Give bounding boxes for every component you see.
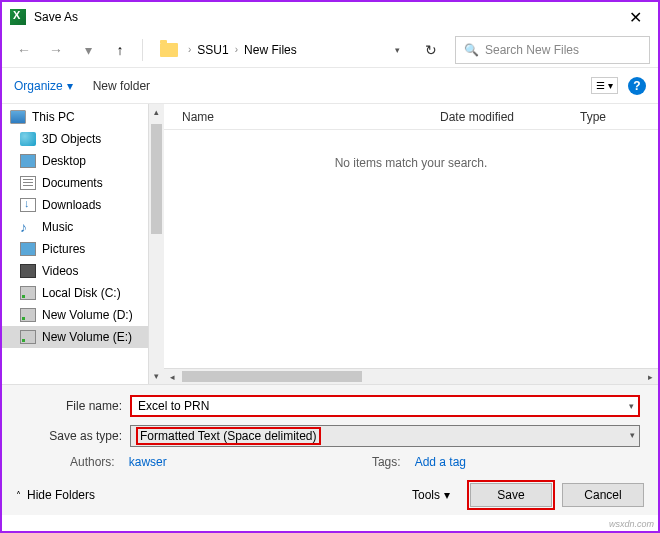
sidebar: This PC3D ObjectsDesktopDocumentsDownloa… xyxy=(2,104,164,384)
watermark: wsxdn.com xyxy=(609,519,654,529)
pc-icon xyxy=(10,110,26,124)
new-folder-button[interactable]: New folder xyxy=(93,79,150,93)
sidebar-item[interactable]: Documents xyxy=(2,172,164,194)
doc-icon xyxy=(20,176,36,190)
chevron-right-icon: › xyxy=(235,44,238,55)
scroll-down-icon[interactable]: ▾ xyxy=(149,368,164,384)
authors-value[interactable]: kawser xyxy=(129,455,167,469)
column-type[interactable]: Type xyxy=(580,110,606,124)
breadcrumb-dropdown-icon[interactable]: ▾ xyxy=(395,45,408,55)
vid-icon xyxy=(20,264,36,278)
pic-icon xyxy=(20,242,36,256)
sidebar-item[interactable]: ♪Music xyxy=(2,216,164,238)
excel-icon xyxy=(10,9,26,25)
horizontal-scrollbar[interactable]: ◂ ▸ xyxy=(164,368,658,384)
column-name[interactable]: Name xyxy=(182,110,440,124)
save-button[interactable]: Save xyxy=(470,483,552,507)
sidebar-scrollbar[interactable]: ▴ ▾ xyxy=(148,104,164,384)
drive-icon xyxy=(20,286,36,300)
tags-label: Tags: xyxy=(372,455,401,469)
sidebar-item-label: This PC xyxy=(32,110,75,124)
sidebar-item-label: 3D Objects xyxy=(42,132,101,146)
close-button[interactable]: ✕ xyxy=(621,4,650,31)
search-input[interactable]: 🔍 Search New Files xyxy=(455,36,650,64)
sidebar-item-label: Documents xyxy=(42,176,103,190)
sidebar-item-label: New Volume (E:) xyxy=(42,330,132,344)
sidebar-item-label: Local Disk (C:) xyxy=(42,286,121,300)
save-panel: File name: Excel to PRN ▾ Save as type: … xyxy=(2,384,658,475)
empty-message: No items match your search. xyxy=(164,156,658,170)
hide-folders-label: Hide Folders xyxy=(27,488,95,502)
forward-button[interactable]: → xyxy=(42,36,70,64)
scroll-right-icon[interactable]: ▸ xyxy=(642,369,658,384)
column-date[interactable]: Date modified xyxy=(440,110,580,124)
tools-label: Tools xyxy=(412,488,440,502)
folder-icon xyxy=(160,43,178,57)
chevron-right-icon: › xyxy=(188,44,191,55)
authors-label: Authors: xyxy=(70,455,115,469)
drive-icon xyxy=(20,308,36,322)
sidebar-item[interactable]: Downloads xyxy=(2,194,164,216)
recent-locations-button[interactable]: ▾ xyxy=(74,36,102,64)
column-headers: Name Date modified Type xyxy=(164,104,658,130)
sidebar-item[interactable]: Pictures xyxy=(2,238,164,260)
scroll-left-icon[interactable]: ◂ xyxy=(164,369,180,384)
cancel-button[interactable]: Cancel xyxy=(562,483,644,507)
search-placeholder: Search New Files xyxy=(485,43,579,57)
hide-folders-button[interactable]: ˄ Hide Folders xyxy=(16,488,95,502)
filename-input[interactable]: Excel to PRN ▾ xyxy=(130,395,640,417)
titlebar: Save As ✕ xyxy=(2,2,658,32)
chevron-up-icon: ˄ xyxy=(16,490,21,501)
chevron-down-icon: ▾ xyxy=(444,488,450,502)
sidebar-item-label: Music xyxy=(42,220,73,234)
chevron-down-icon[interactable]: ▾ xyxy=(630,430,635,440)
scrollbar-thumb[interactable] xyxy=(182,371,362,382)
address-bar: ← → ▾ ↑ › SSU1 › New Files ▾ ↻ 🔍 Search … xyxy=(2,32,658,68)
view-button[interactable]: ☰ ▾ xyxy=(591,77,618,94)
file-list: Name Date modified Type No items match y… xyxy=(164,104,658,384)
breadcrumb-item[interactable]: New Files xyxy=(244,43,297,57)
save-as-dialog: Save As ✕ ← → ▾ ↑ › SSU1 › New Files ▾ ↻… xyxy=(0,0,660,533)
sidebar-item[interactable]: Local Disk (C:) xyxy=(2,282,164,304)
breadcrumb-item[interactable]: SSU1 xyxy=(197,43,228,57)
music-icon: ♪ xyxy=(20,220,36,234)
up-button[interactable]: ↑ xyxy=(106,36,134,64)
organize-button[interactable]: Organize ▾ xyxy=(14,79,73,93)
sidebar-item[interactable]: This PC xyxy=(2,106,164,128)
sidebar-item[interactable]: New Volume (E:) xyxy=(2,326,164,348)
sidebar-item[interactable]: New Volume (D:) xyxy=(2,304,164,326)
drive-icon xyxy=(20,330,36,344)
desk-icon xyxy=(20,154,36,168)
sidebar-item[interactable]: Desktop xyxy=(2,150,164,172)
organize-label: Organize xyxy=(14,79,63,93)
savetype-label: Save as type: xyxy=(20,429,130,443)
help-button[interactable]: ? xyxy=(628,77,646,95)
savetype-value: Formatted Text (Space delimited) xyxy=(137,428,320,444)
sidebar-item-label: Pictures xyxy=(42,242,85,256)
sidebar-item-label: Videos xyxy=(42,264,78,278)
scrollbar-thumb[interactable] xyxy=(151,124,162,234)
breadcrumb[interactable]: › SSU1 › New Files ▾ xyxy=(151,36,413,64)
filename-value: Excel to PRN xyxy=(138,399,209,413)
body: This PC3D ObjectsDesktopDocumentsDownloa… xyxy=(2,104,658,384)
refresh-button[interactable]: ↻ xyxy=(417,36,445,64)
sidebar-item-label: New Volume (D:) xyxy=(42,308,133,322)
separator xyxy=(142,39,143,61)
savetype-combo[interactable]: Formatted Text (Space delimited) ▾ xyxy=(130,425,640,447)
3d-icon xyxy=(20,132,36,146)
sidebar-item[interactable]: Videos xyxy=(2,260,164,282)
dl-icon xyxy=(20,198,36,212)
sidebar-item-label: Downloads xyxy=(42,198,101,212)
meta-row: Authors: kawser Tags: Add a tag xyxy=(20,455,640,469)
filename-label: File name: xyxy=(20,399,130,413)
footer: ˄ Hide Folders Tools ▾ Save Cancel xyxy=(2,475,658,515)
back-button[interactable]: ← xyxy=(10,36,38,64)
scroll-up-icon[interactable]: ▴ xyxy=(149,104,164,120)
tools-button[interactable]: Tools ▾ xyxy=(412,488,450,502)
chevron-down-icon: ▾ xyxy=(608,80,613,91)
tags-value[interactable]: Add a tag xyxy=(415,455,466,469)
chevron-down-icon: ▾ xyxy=(67,79,73,93)
chevron-down-icon[interactable]: ▾ xyxy=(629,401,634,411)
sidebar-item[interactable]: 3D Objects xyxy=(2,128,164,150)
toolbar: Organize ▾ New folder ☰ ▾ ? xyxy=(2,68,658,104)
